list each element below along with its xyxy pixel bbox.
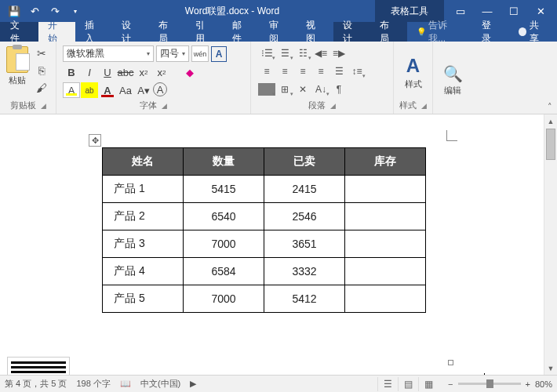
numbering-button[interactable]: ☰ (276, 45, 293, 61)
highlight-color-button[interactable]: ab (81, 82, 98, 98)
minimize-icon[interactable]: — (474, 2, 501, 20)
enclose-char-icon[interactable]: A (153, 82, 167, 96)
font-size-combo[interactable]: 四号▾ (156, 45, 189, 62)
decrease-indent-button[interactable]: ◀≡ (312, 45, 329, 61)
tab-insert[interactable]: 插入 (75, 22, 112, 42)
spellcheck-icon[interactable]: 📖 (120, 379, 131, 389)
font-color-button[interactable]: A (99, 82, 116, 98)
character-border-icon[interactable]: A (211, 46, 227, 62)
bullets-button[interactable]: ⁝☰ (258, 45, 275, 61)
signin-button[interactable]: 登录 (472, 22, 509, 42)
qat-customize-icon[interactable]: ▾ (66, 2, 85, 20)
tab-design[interactable]: 设计 (112, 22, 149, 42)
char-shading-button[interactable]: A▾ (135, 82, 152, 98)
ribbon: 粘贴 ✂ ⎘ 🖌 剪贴板◢ 微软雅黑▾ 四号▾ wén A B I U abc (0, 42, 557, 114)
document-page[interactable]: ✥ 姓名 数量 已卖 库存 产品 154152415 产品 265402546 … (0, 114, 544, 375)
font-name-combo[interactable]: 微软雅黑▾ (63, 45, 154, 62)
table-header[interactable]: 姓名 (103, 148, 184, 176)
paste-button[interactable]: 粘贴 (3, 43, 31, 86)
sort-button[interactable]: A↓ (312, 82, 329, 97)
line-spacing-button[interactable]: ↕≡ (348, 64, 366, 79)
undo-icon[interactable]: ↶ (25, 2, 44, 20)
cut-icon[interactable]: ✂ (34, 45, 49, 61)
table-resize-handle-icon[interactable] (448, 360, 453, 365)
tab-references[interactable]: 引用 (186, 22, 223, 42)
clear-formatting-icon[interactable]: ◆ (181, 64, 198, 80)
view-buttons: ☰ ▤ ▦ (377, 377, 439, 391)
align-center-button[interactable]: ≡ (276, 64, 293, 79)
italic-button[interactable]: I (81, 64, 98, 80)
share-button[interactable]: 共享 (509, 22, 557, 42)
scroll-down-icon[interactable]: ▼ (544, 361, 557, 375)
tab-home[interactable]: 开始 (38, 22, 75, 42)
subscript-button[interactable]: x2 (135, 64, 152, 80)
scroll-up-icon[interactable]: ▲ (544, 114, 557, 128)
asian-layout-button[interactable]: ✕ (294, 82, 311, 97)
ribbon-tabs: 文件 开始 插入 设计 布局 引用 邮件 审阅 视图 设计 布局 告诉我... … (0, 22, 557, 42)
text-effects-button[interactable]: A (63, 82, 80, 98)
read-mode-icon[interactable]: ☰ (377, 377, 398, 391)
save-icon[interactable]: 💾 (5, 2, 24, 20)
show-marks-button[interactable]: ¶ (330, 82, 348, 97)
maximize-icon[interactable]: ☐ (501, 2, 527, 20)
copy-icon[interactable]: ⎘ (34, 63, 49, 78)
redo-icon[interactable]: ↷ (46, 2, 64, 20)
close-icon[interactable]: ✕ (527, 2, 554, 20)
zoom-slider[interactable] (458, 383, 521, 385)
phonetic-guide-icon[interactable]: wén (191, 45, 209, 62)
shading-button[interactable] (258, 82, 275, 97)
tab-table-layout[interactable]: 布局 (370, 22, 407, 42)
zoom-in-icon[interactable]: + (526, 379, 530, 389)
language-indicator[interactable]: 中文(中国) (140, 378, 180, 390)
tab-layout[interactable]: 布局 (149, 22, 186, 42)
data-table[interactable]: 姓名 数量 已卖 库存 产品 154152415 产品 265402546 产品… (102, 147, 426, 313)
collapse-ribbon-icon[interactable]: ˄ (548, 102, 552, 112)
table-header[interactable]: 数量 (184, 148, 264, 176)
superscript-button[interactable]: x2 (153, 64, 170, 80)
styles-dialog-launcher-icon[interactable]: ◢ (421, 102, 427, 110)
window-controls: ▭ — ☐ ✕ (444, 2, 557, 20)
editing-label: 编辑 (444, 85, 461, 96)
table-header[interactable]: 库存 (345, 148, 426, 176)
tab-file[interactable]: 文件 (0, 22, 38, 42)
tab-table-design[interactable]: 设计 (333, 22, 370, 42)
borders-button[interactable]: ⊞ (276, 82, 293, 97)
bold-button[interactable]: B (63, 64, 80, 80)
group-styles-label: 样式 (399, 100, 417, 111)
scroll-thumb[interactable] (546, 129, 555, 160)
vertical-scrollbar[interactable]: ▲ ▼ (544, 114, 557, 375)
paste-label: 粘贴 (9, 75, 26, 85)
editing-button[interactable]: 🔍 编辑 (436, 43, 469, 114)
font-dialog-launcher-icon[interactable]: ◢ (162, 102, 167, 110)
grow-font-button[interactable]: Aa (117, 82, 134, 98)
macro-indicator-icon[interactable]: ▶ (190, 379, 196, 389)
align-left-button[interactable]: ≡ (258, 64, 275, 79)
print-layout-icon[interactable]: ▤ (398, 377, 418, 391)
increase-indent-button[interactable]: ≡▶ (330, 45, 348, 61)
tab-view[interactable]: 视图 (297, 22, 333, 42)
ribbon-options-icon[interactable]: ▭ (447, 2, 474, 20)
zoom-level[interactable]: 80% (535, 379, 552, 389)
multilevel-list-button[interactable]: ☷ (294, 45, 311, 61)
tell-me-search[interactable]: 告诉我... (407, 22, 472, 42)
tab-mailings[interactable]: 邮件 (223, 22, 260, 42)
page-indicator[interactable]: 第 4 页，共 5 页 (5, 378, 67, 390)
paragraph-dialog-launcher-icon[interactable]: ◢ (330, 102, 336, 110)
strikethrough-button[interactable]: abc (117, 64, 134, 80)
tab-review[interactable]: 审阅 (260, 22, 297, 42)
styles-button[interactable]: A 样式 (397, 43, 429, 98)
web-layout-icon[interactable]: ▦ (418, 377, 439, 391)
group-paragraph-label: 段落 (308, 100, 326, 111)
distributed-button[interactable]: ☰ (330, 64, 348, 79)
word-count[interactable]: 198 个字 (76, 378, 110, 390)
underline-button[interactable]: U (99, 64, 116, 80)
zoom-out-icon[interactable]: − (448, 379, 453, 389)
align-right-button[interactable]: ≡ (294, 64, 311, 79)
format-painter-icon[interactable]: 🖌 (34, 80, 49, 96)
justify-button[interactable]: ≡ (312, 64, 329, 79)
table-move-handle-icon[interactable]: ✥ (89, 134, 101, 147)
group-editing: 🔍 编辑 (433, 42, 472, 114)
clipboard-dialog-launcher-icon[interactable]: ◢ (41, 102, 46, 110)
group-font: 微软雅黑▾ 四号▾ wén A B I U abc x2 x2 ◆ A ab A… (56, 42, 251, 114)
table-header[interactable]: 已卖 (264, 148, 345, 176)
